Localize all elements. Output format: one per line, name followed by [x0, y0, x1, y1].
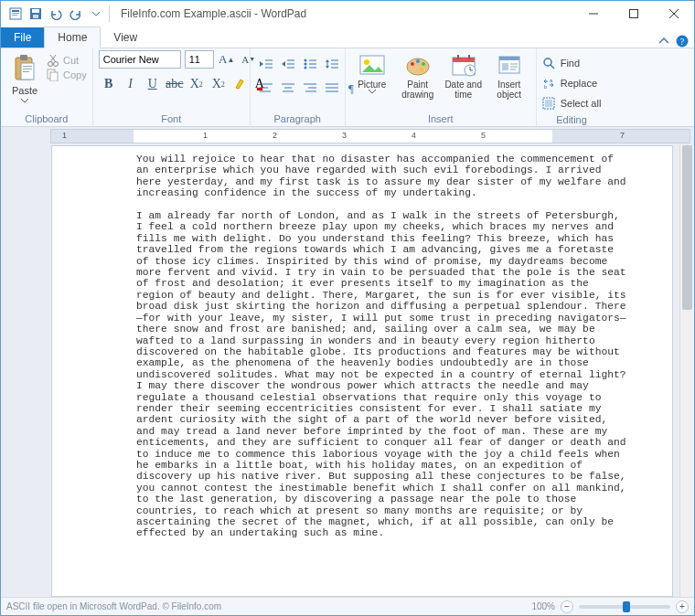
insert-picture-button[interactable]: Picture: [351, 50, 393, 94]
vertical-scrollbar[interactable]: [679, 145, 694, 597]
wordpad-window: FileInfo.com Example.ascii - WordPad Fil…: [0, 0, 695, 616]
selectall-icon: [542, 97, 555, 110]
quick-access-toolbar: [1, 5, 105, 23]
zoom-slider[interactable]: [579, 605, 670, 609]
copy-label: Copy: [63, 69, 87, 80]
find-label: Find: [561, 58, 580, 69]
cut-button[interactable]: Cut: [47, 54, 87, 67]
ruler-number: 1: [62, 131, 67, 140]
tab-home[interactable]: Home: [44, 27, 101, 48]
underline-button[interactable]: U: [143, 74, 163, 94]
ruler-number: 4: [412, 131, 416, 140]
tab-view[interactable]: View: [101, 27, 150, 48]
paste-icon: [12, 54, 37, 83]
ruler-area: 1 1 2 3 4 5 7: [1, 127, 694, 145]
ruler-number: 3: [342, 131, 347, 140]
bold-button[interactable]: B: [99, 74, 119, 94]
group-paragraph: ¶ Paragraph: [251, 48, 346, 126]
titlebar: FileInfo.com Example.ascii - WordPad: [1, 1, 694, 27]
svg-rect-16: [23, 66, 32, 67]
chevron-down-icon: [369, 90, 376, 94]
svg-rect-18: [23, 71, 29, 72]
selectall-label: Select all: [561, 98, 602, 109]
line-spacing-button[interactable]: [322, 54, 342, 74]
zoom-slider-thumb[interactable]: [623, 601, 630, 612]
maximize-button[interactable]: [614, 1, 654, 27]
tab-file[interactable]: File: [1, 27, 44, 48]
svg-rect-6: [33, 15, 38, 18]
find-button[interactable]: Find: [542, 54, 580, 72]
svg-rect-17: [23, 69, 32, 69]
replace-icon: ab: [542, 77, 555, 90]
justify-button[interactable]: [322, 78, 342, 98]
group-insert: Picture Paint drawing Date and time Inse…: [346, 48, 537, 126]
font-size-combo[interactable]: [185, 50, 214, 69]
undo-icon[interactable]: [47, 5, 65, 23]
strikethrough-button[interactable]: abc: [165, 74, 185, 94]
replace-button[interactable]: ab Replace: [542, 74, 597, 92]
increase-indent-button[interactable]: [278, 54, 298, 74]
chevron-down-icon: [21, 98, 28, 103]
ruler-number: 1: [203, 131, 208, 140]
document-area: You will rejoice to hear that no disaste…: [1, 145, 694, 597]
group-label-clipboard: Clipboard: [6, 112, 87, 126]
zoom-in-button[interactable]: +: [676, 600, 689, 613]
minimize-button[interactable]: [573, 1, 614, 27]
find-icon: [542, 57, 555, 69]
svg-point-20: [54, 62, 59, 67]
collapse-ribbon-icon[interactable]: [659, 37, 668, 46]
svg-point-61: [420, 68, 423, 71]
paint-icon: [404, 52, 432, 78]
insert-paint-button[interactable]: Paint drawing: [397, 50, 439, 100]
svg-text:a: a: [550, 78, 553, 83]
paste-label: Paste: [12, 85, 37, 96]
scrollbar-thumb[interactable]: [682, 145, 692, 310]
save-icon[interactable]: [27, 5, 45, 23]
text-highlight-button[interactable]: [230, 74, 251, 94]
insert-object-button[interactable]: Insert object: [488, 50, 530, 100]
close-button[interactable]: [654, 1, 694, 27]
insert-datetime-button[interactable]: Date and time: [443, 50, 485, 100]
superscript-button[interactable]: X2: [208, 74, 229, 94]
window-title: FileInfo.com Example.ascii - WordPad: [121, 7, 306, 20]
decrease-indent-button[interactable]: [256, 54, 276, 74]
svg-text:?: ?: [680, 37, 685, 47]
qat-separator: [109, 5, 110, 22]
font-name-combo[interactable]: [99, 50, 181, 69]
calendar-icon: [450, 52, 477, 78]
svg-rect-14: [20, 55, 27, 60]
help-icon[interactable]: ?: [676, 35, 689, 48]
svg-point-60: [422, 62, 425, 66]
ruler-number: 7: [620, 131, 625, 140]
qat-dropdown-icon[interactable]: [87, 5, 105, 23]
align-center-button[interactable]: [278, 78, 298, 98]
italic-button[interactable]: I: [121, 74, 141, 94]
svg-point-34: [304, 67, 306, 69]
ruler-number: 5: [481, 131, 486, 140]
align-right-button[interactable]: [300, 78, 320, 98]
page[interactable]: You will rejoice to hear that no disaste…: [51, 145, 673, 597]
document-text[interactable]: You will rejoice to hear that no disaste…: [136, 154, 628, 539]
svg-point-33: [304, 63, 306, 66]
svg-point-56: [364, 59, 369, 65]
ruler[interactable]: 1 1 2 3 4 5 7: [50, 129, 690, 143]
svg-point-32: [304, 59, 306, 62]
paste-button[interactable]: Paste: [6, 50, 43, 103]
svg-rect-71: [502, 63, 508, 70]
insert-picture-label: Picture: [358, 80, 386, 90]
zoom-out-button[interactable]: −: [561, 600, 573, 613]
wordpad-icon[interactable]: [6, 5, 25, 23]
bullets-button[interactable]: [300, 54, 320, 74]
replace-label: Replace: [561, 78, 597, 89]
ribbon-tabstrip: File Home View ?: [1, 27, 694, 48]
copy-button[interactable]: Copy: [47, 69, 87, 81]
insert-object-label: Insert object: [497, 80, 521, 100]
svg-point-59: [416, 59, 420, 63]
grow-font-button[interactable]: A▲: [218, 50, 236, 69]
svg-rect-5: [32, 9, 39, 13]
subscript-button[interactable]: X2: [187, 74, 207, 94]
selectall-button[interactable]: Select all: [542, 94, 602, 112]
group-label-editing: Editing: [542, 112, 602, 127]
group-editing: Find ab Replace Select all Editing: [537, 48, 607, 126]
redo-icon[interactable]: [67, 5, 85, 23]
